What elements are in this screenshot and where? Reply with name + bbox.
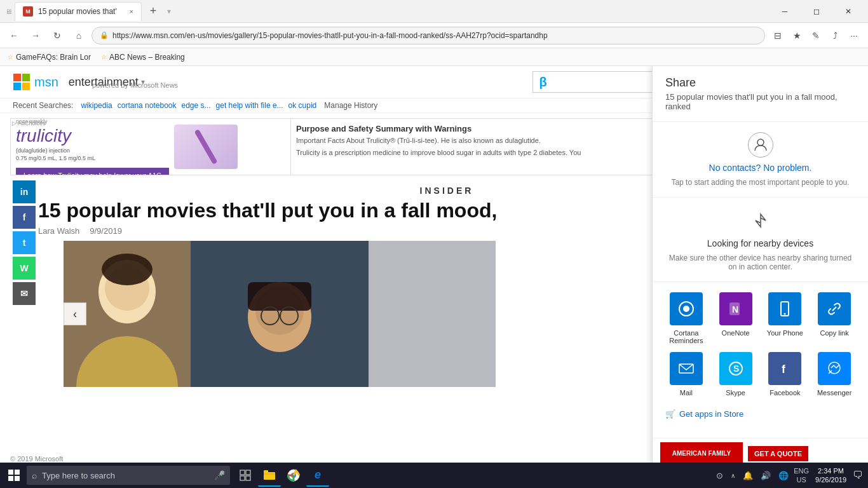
bookmark-gamefaqs[interactable]: ☆ GameFAQs: Brain Lor: [8, 53, 91, 62]
nav-actions: ⊟ ★ ✎ ⤴ ···: [769, 27, 863, 44]
start-button[interactable]: [3, 464, 25, 487]
browser-frame: 🖥 M 15 popular movies that' × + ▾ ─ ◻ ✕ …: [0, 0, 868, 488]
get-quote-button[interactable]: GET A QUOTE: [748, 446, 808, 461]
taskbar-search-box[interactable]: ⌕ Type here to search 🎤: [27, 466, 230, 485]
tab-close-button[interactable]: ×: [130, 8, 133, 15]
svg-rect-2: [13, 83, 21, 90]
window-controls: ─ ◻ ✕: [770, 3, 863, 20]
facebook-icon: f: [23, 212, 26, 222]
app-skype[interactable]: S Skype: [715, 352, 757, 396]
app-copylink[interactable]: Copy link: [813, 292, 855, 344]
minimize-button[interactable]: ─: [770, 3, 799, 20]
close-button[interactable]: ✕: [834, 3, 863, 20]
file-explorer-button[interactable]: [258, 464, 281, 487]
twitter-icon: t: [23, 238, 26, 248]
back-button[interactable]: ←: [5, 27, 23, 44]
msn-butterfly-icon: [13, 73, 31, 91]
tab-list-button[interactable]: ▾: [167, 7, 171, 16]
whatsapp-icon: W: [20, 263, 28, 273]
system-clock[interactable]: 2:34 PM 9/26/2019: [811, 466, 850, 485]
address-bar[interactable]: 🔒 https://www.msn.com/en-us/movies/galle…: [92, 27, 765, 44]
store-icon: 🛒: [665, 409, 675, 419]
action-center-icon[interactable]: 🔔: [740, 468, 756, 483]
recent-search-edge[interactable]: edge s...: [182, 101, 211, 110]
taskbar-app-items: e: [234, 464, 329, 487]
app-messenger[interactable]: Messenger: [813, 352, 855, 396]
app-facebook[interactable]: f Facebook: [764, 352, 806, 396]
svg-rect-12: [248, 282, 311, 311]
nearby-devices-icon: [748, 208, 773, 233]
app-cortana[interactable]: Cortana Reminders: [665, 292, 707, 344]
maximize-button[interactable]: ◻: [802, 3, 831, 20]
article-author: Lara Walsh: [38, 226, 79, 236]
browser-tab[interactable]: M 15 popular movies that' ×: [15, 2, 142, 21]
app-yourphone[interactable]: Your Phone: [764, 292, 806, 344]
reading-view-button[interactable]: ⊟: [769, 27, 787, 44]
prev-slide-button[interactable]: ‹: [64, 302, 86, 325]
share-apps-section: Cortana Reminders N OneNote: [653, 282, 868, 438]
language-indicator[interactable]: ENG US: [794, 466, 809, 485]
svg-text:f: f: [782, 363, 786, 376]
edge-button[interactable]: e: [306, 464, 329, 487]
contacts-description: Tap to start adding the most important p…: [671, 178, 849, 187]
taskbar-search-icon: ⌕: [32, 470, 37, 480]
share-twitter-button[interactable]: t: [13, 231, 36, 254]
svg-rect-8: [102, 254, 153, 285]
share-whatsapp-button[interactable]: W: [13, 257, 36, 280]
nav-bar: ← → ↻ ⌂ 🔒 https://www.msn.com/en-us/movi…: [0, 23, 868, 48]
cortana-icon: [670, 292, 703, 325]
yourphone-label: Your Phone: [767, 329, 803, 337]
app-onenote[interactable]: N OneNote: [715, 292, 757, 344]
messenger-label: Messenger: [817, 389, 851, 396]
recent-search-file[interactable]: get help with file e...: [216, 101, 283, 110]
bookmark-star-icon: ☆: [8, 53, 13, 60]
network-icon[interactable]: ⊙: [714, 468, 726, 483]
ad-cta-button[interactable]: Learn how Trulicity may help lower your …: [16, 168, 169, 175]
taskbar-search-placeholder: Type here to search: [42, 471, 115, 480]
speaker-icon[interactable]: 🔊: [758, 468, 773, 483]
svg-rect-31: [246, 476, 250, 480]
recent-search-cortana[interactable]: cortana notebook: [118, 101, 177, 110]
share-email-button[interactable]: ✉: [13, 282, 36, 305]
web-note-button[interactable]: ✎: [807, 27, 825, 44]
notification-bell-icon[interactable]: 🗨: [853, 470, 863, 481]
start-icon: [8, 470, 20, 481]
more-button[interactable]: ···: [845, 27, 863, 44]
new-tab-button[interactable]: +: [144, 3, 162, 20]
chevron-icon[interactable]: ∧: [728, 470, 738, 482]
share-facebook-button[interactable]: f: [13, 206, 36, 229]
refresh-button[interactable]: ↻: [48, 27, 66, 44]
favorites-button[interactable]: ★: [788, 27, 806, 44]
contacts-heading[interactable]: No contacts? No problem.: [709, 163, 812, 173]
chrome-button[interactable]: [282, 464, 305, 487]
contacts-section: No contacts? No problem. Tap to start ad…: [653, 122, 868, 198]
start-square-bl: [8, 476, 13, 481]
forward-button[interactable]: →: [27, 27, 44, 44]
recent-search-wikipedia[interactable]: wikipedia: [81, 101, 112, 110]
share-linkedin-button[interactable]: in: [13, 180, 36, 203]
file-explorer-icon: [263, 469, 276, 480]
get-apps-link[interactable]: 🛒 Get apps in Store: [665, 407, 855, 421]
share-button[interactable]: ⤴: [826, 27, 844, 44]
ad-choices-label: ▷ AdChoices: [12, 120, 46, 126]
recent-search-okcupid[interactable]: ok cupid: [288, 101, 317, 110]
svg-point-18: [683, 306, 689, 312]
ad-product-image: [174, 125, 238, 169]
get-apps-label: Get apps in Store: [679, 409, 743, 419]
home-button[interactable]: ⌂: [70, 27, 88, 44]
task-view-icon: [240, 470, 251, 481]
svg-rect-29: [246, 470, 250, 475]
share-subtitle: 15 popular movies that'll put you in a f…: [665, 92, 855, 111]
clock-time: 2:34 PM: [815, 466, 846, 475]
movie-image-3: [369, 241, 496, 387]
taskbar-system-tray: ⊙ ∧ 🔔 🔊 🌐 ENG US 2:34 PM 9/26/2019 🗨: [714, 466, 865, 485]
svg-point-16: [757, 139, 764, 146]
taskbar-mic-icon[interactable]: 🎤: [214, 470, 225, 480]
social-sidebar: in f t W ✉: [13, 180, 36, 305]
bookmark-abc[interactable]: ☆ ABC News – Breaking: [101, 53, 185, 62]
mail-icon: [670, 352, 703, 385]
manage-history-link[interactable]: Manage History: [324, 101, 377, 110]
network-status-icon[interactable]: 🌐: [776, 468, 791, 483]
task-view-button[interactable]: [234, 464, 257, 487]
app-mail[interactable]: Mail: [665, 352, 707, 396]
